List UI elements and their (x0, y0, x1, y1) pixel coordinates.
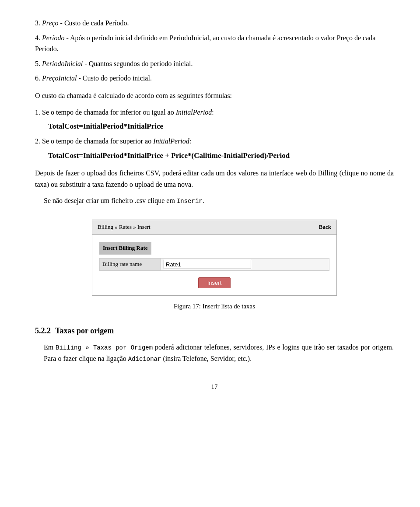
item-3-text: - Custo de cada Período. (59, 19, 129, 27)
formula-2-colon: : (189, 137, 191, 145)
figure-body: Insert Billing Rate Billing rate name In… (92, 235, 336, 296)
csv-paragraph: Se não desejar criar um ficheiro .csv cl… (44, 195, 394, 206)
section-paragraph: Em Billing » Taxas por Origem poderá adi… (44, 342, 394, 364)
list-item-5: 5. PeriodoInicial - Quantos segundos do … (35, 58, 394, 70)
item-5-text: - Quantos segundos do período inicial. (83, 60, 192, 67)
section-5-2-2-heading: 5.2.2 Taxas por origem (35, 325, 394, 337)
item-6-number: 6. (35, 74, 40, 82)
section-para-start: Em (44, 343, 56, 351)
formula-1-italic: InitialPeriod (176, 108, 212, 116)
billing-rate-label: Billing rate name (100, 258, 161, 271)
form-row: Billing rate name (100, 258, 329, 271)
csv-end-text: . (203, 197, 204, 204)
billing-rate-name-input[interactable] (164, 260, 251, 269)
figure-box: Billing » Rates » Insert Back Insert Bil… (92, 220, 337, 296)
section-title: Taxas por origem (55, 326, 114, 335)
csv-code: Inserir (177, 198, 203, 205)
item-5-italic: PeriodoInicial (42, 60, 83, 67)
formula-2-block: 2. Se o tempo de chamada for superior ao… (35, 136, 394, 161)
formula-1-bold: TotalCost=InitialPeriod*InitialPrice (48, 122, 163, 130)
item-6-text: - Custo do período inicial. (77, 74, 152, 82)
section-code2: Adicionar (128, 356, 161, 363)
item-4-number: 4. (35, 34, 40, 42)
page-content: 3. Preço - Custo de cada Período. 4. Per… (35, 17, 394, 392)
formula-1-block: 1. Se o tempo de chamada for inferior ou… (35, 107, 394, 133)
formula-1-intro: 1. Se o tempo de chamada for inferior ou… (35, 108, 176, 116)
formula-2-bold: TotalCost=InitialPeriod*InitialPrice + P… (48, 151, 290, 160)
figure-caption: Figura 17: Inserir lista de taxas (174, 301, 255, 311)
section-para-end2: (insira Telefone, Servidor, etc.). (161, 355, 252, 362)
list-item-6: 6. PreçoInicial - Custo do período inici… (35, 73, 394, 84)
upload-paragraph: Depois de fazer o upload dos ficheiros C… (35, 168, 394, 190)
formula-2-text: TotalCost=InitialPeriod*InitialPrice + P… (48, 150, 394, 161)
insert-button-row: Insert (99, 277, 329, 288)
formula-1-colon: : (212, 108, 214, 116)
billing-rate-form-table: Billing rate name (99, 258, 329, 271)
item-6-italic: PreçoInicial (42, 74, 77, 82)
cost-intro: O custo da chamada é calculado de acordo… (35, 90, 394, 101)
page-number: 17 (35, 381, 394, 392)
item-5-number: 5. (35, 60, 40, 67)
insert-billing-rate-header: Insert Billing Rate (99, 242, 151, 255)
back-link[interactable]: Back (319, 223, 331, 232)
billing-rate-input-cell (161, 258, 329, 271)
list-item-3: 3. Preço - Custo de cada Período. (35, 17, 394, 29)
figure-container: Billing » Rates » Insert Back Insert Bil… (35, 220, 394, 311)
item-3-italic: Preço (42, 19, 59, 27)
item-3-number: 3. (35, 19, 40, 27)
figure-breadcrumb-bar: Billing » Rates » Insert Back (92, 220, 336, 235)
formula-2-italic: InitialPeriod (153, 137, 189, 145)
insert-button[interactable]: Insert (198, 277, 231, 288)
section-number: 5.2.2 (35, 326, 51, 335)
section-code: Billing » Taxas por Origem (56, 344, 153, 351)
item-4-text: - Após o período inicial definido em Per… (35, 34, 375, 53)
breadcrumb-text: Billing » Rates » Insert (98, 223, 150, 232)
item-4-italic: Período (42, 34, 65, 42)
list-item-4: 4. Período - Após o período inicial defi… (35, 32, 394, 55)
formula-2-intro: 2. Se o tempo de chamada for superior ao (35, 137, 153, 145)
formula-1-text: TotalCost=InitialPeriod*InitialPrice (48, 120, 394, 132)
csv-intro-text: Se não desejar criar um ficheiro .csv cl… (44, 197, 177, 204)
